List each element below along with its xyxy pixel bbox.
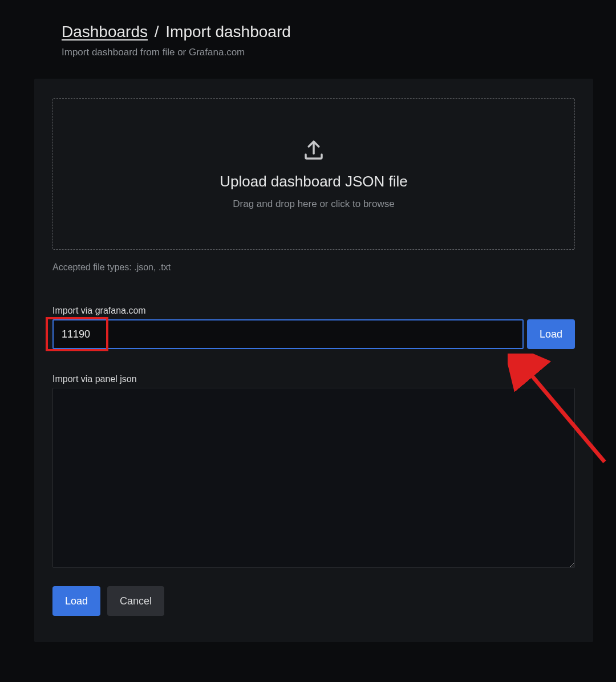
grafana-import-label: Import via grafana.com bbox=[52, 306, 575, 316]
page-subtitle: Import dashboard from file or Grafana.co… bbox=[62, 47, 582, 58]
breadcrumb: Dashboards / Import dashboard bbox=[62, 23, 582, 41]
dropzone-title: Upload dashboard JSON file bbox=[220, 173, 408, 190]
dropzone-subtitle: Drag and drop here or click to browse bbox=[233, 198, 394, 210]
accepted-file-types: Accepted file types: .json, .txt bbox=[52, 262, 575, 273]
upload-dropzone[interactable]: Upload dashboard JSON file Drag and drop… bbox=[52, 98, 575, 250]
panel-json-label: Import via panel json bbox=[52, 374, 575, 384]
breadcrumb-separator: / bbox=[152, 23, 161, 40]
panel-json-textarea[interactable] bbox=[52, 388, 575, 568]
load-grafana-button[interactable]: Load bbox=[527, 319, 575, 349]
import-panel: Upload dashboard JSON file Drag and drop… bbox=[34, 79, 593, 642]
cancel-button[interactable]: Cancel bbox=[107, 586, 164, 616]
upload-icon bbox=[302, 139, 326, 173]
grafana-id-input[interactable] bbox=[52, 319, 524, 349]
load-button[interactable]: Load bbox=[52, 586, 100, 616]
breadcrumb-current: Import dashboard bbox=[165, 23, 290, 40]
breadcrumb-dashboards-link[interactable]: Dashboards bbox=[62, 23, 148, 40]
